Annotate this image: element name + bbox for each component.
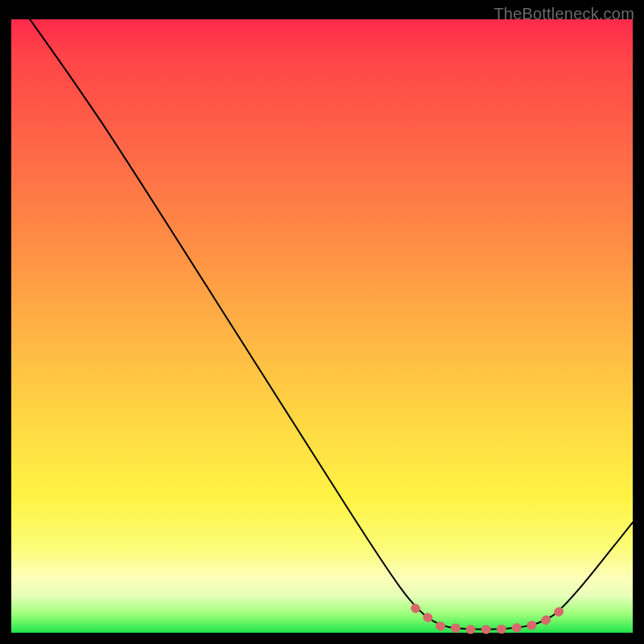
chart-stage: TheBottleneck.com: [0, 0, 644, 644]
plot-area: [11, 19, 633, 633]
curve-svg: [11, 19, 633, 633]
highlight-segment: [415, 609, 564, 630]
bottleneck-curve-line: [30, 19, 633, 630]
